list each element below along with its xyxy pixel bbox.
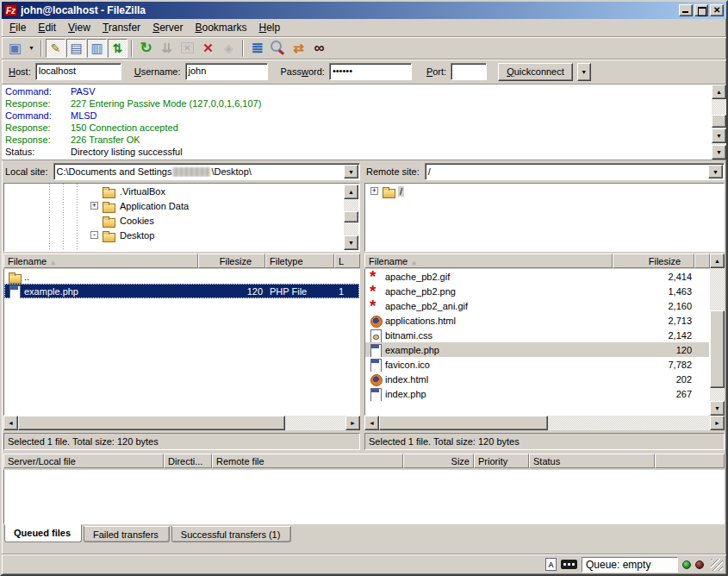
scroll-down-icon[interactable] (344, 235, 358, 250)
toggle-transfer-queue[interactable] (108, 39, 128, 58)
queue-column-header[interactable]: Size (403, 454, 474, 468)
chevron-down-icon[interactable] (344, 165, 358, 178)
close-button[interactable] (710, 4, 724, 16)
log-scrollbar[interactable] (712, 85, 726, 160)
tree-item[interactable]: .VirtualBox (4, 184, 359, 198)
file-name: index.php (385, 389, 426, 399)
queue-column-header[interactable]: Status (529, 454, 655, 468)
separator[interactable] (131, 40, 133, 57)
site-manager[interactable] (5, 39, 25, 58)
toggle-message-log[interactable] (46, 39, 65, 58)
menu-item[interactable]: Server (146, 20, 189, 35)
directory-listing-filters[interactable] (247, 39, 267, 58)
reconnect[interactable] (219, 39, 239, 58)
queue-tab[interactable]: Failed transfers (84, 526, 170, 542)
column-header[interactable]: Filesize (613, 254, 694, 268)
site-manager-dropdown[interactable] (26, 39, 37, 58)
refresh[interactable] (136, 39, 156, 58)
column-header[interactable]: Filesize (198, 254, 265, 268)
remote-list-scrollbar[interactable] (710, 254, 725, 416)
local-horizontal-scrollbar[interactable] (3, 416, 360, 430)
host-input[interactable]: localhost (35, 63, 121, 80)
scroll-up-icon[interactable] (344, 185, 358, 199)
queue-column-header[interactable] (655, 454, 725, 468)
process-queue[interactable] (157, 39, 177, 58)
scroll-down-icon[interactable] (710, 401, 725, 416)
menu-item[interactable]: File (3, 20, 32, 35)
file-row[interactable]: apache_pb2.png 1,463 (365, 284, 709, 298)
speed-limit-icon[interactable] (561, 560, 577, 569)
username-input[interactable]: john (185, 63, 268, 80)
file-row[interactable]: apache_pb2.gif 2,414 (365, 269, 709, 284)
separator[interactable] (40, 40, 42, 57)
scroll-right-icon[interactable] (710, 416, 725, 430)
scroll-left-icon[interactable] (364, 416, 379, 430)
tree-expander[interactable]: + (90, 202, 98, 210)
menu-item[interactable]: Transfer (96, 20, 146, 35)
minimize-button[interactable] (679, 4, 693, 16)
column-header[interactable]: Filename (3, 254, 198, 268)
menu-item[interactable]: View (62, 20, 96, 35)
tree-item[interactable]: + Application Data (4, 198, 359, 213)
column-header[interactable]: L (334, 254, 360, 268)
menu-item[interactable]: Bookmarks (189, 20, 252, 35)
separator[interactable] (242, 40, 244, 57)
synchronized-browsing[interactable] (289, 39, 308, 58)
queue-tab[interactable]: Queued files (4, 524, 82, 542)
tree-item[interactable]: Cookies (4, 213, 359, 228)
quickconnect-button[interactable]: Quickconnect (498, 63, 573, 81)
file-row[interactable]: bitnami.css 2,142 (365, 328, 709, 342)
resize-grip[interactable] (711, 559, 723, 571)
disconnect[interactable] (198, 39, 218, 58)
file-row[interactable]: index.php 267 (365, 386, 709, 401)
scrollbar-thumb[interactable] (712, 115, 726, 128)
menu-item[interactable]: Help (253, 20, 287, 35)
file-row[interactable]: example.php 120 (365, 342, 709, 357)
queue-column-header[interactable]: Priority (474, 454, 529, 468)
find-files[interactable] (309, 39, 329, 58)
scrollbar-thumb[interactable] (344, 211, 358, 222)
column-header[interactable]: Filename (364, 254, 613, 268)
toggle-local-tree[interactable] (66, 39, 86, 58)
file-row[interactable]: .. (4, 269, 359, 284)
file-row[interactable]: favicon.ico 7,782 (365, 357, 709, 372)
maximize-button[interactable] (694, 4, 708, 16)
queue-column-header[interactable]: Directi... (164, 454, 212, 468)
chevron-down-icon[interactable] (708, 165, 723, 178)
scroll-up-icon[interactable] (712, 85, 726, 99)
directory-comparison[interactable] (268, 39, 288, 58)
scrollbar-thumb[interactable] (710, 310, 725, 388)
file-row[interactable]: index.html 202 (365, 372, 709, 386)
password-input[interactable]: •••••• (329, 63, 412, 80)
scrollbar-thumb[interactable] (379, 416, 548, 430)
scroll-up-icon[interactable] (710, 254, 725, 268)
scroll-down-icon[interactable] (712, 145, 726, 160)
local-path-combo[interactable]: C:\Documents and Settings\Desktop\ (53, 163, 360, 180)
tree-item[interactable]: + / (365, 184, 724, 198)
scrollbar-thumb[interactable] (18, 416, 285, 430)
column-header[interactable]: Filetype (265, 254, 334, 268)
file-row[interactable]: apache_pb2_ani.gif 2,160 (365, 298, 709, 313)
local-tree-scrollbar[interactable] (344, 185, 358, 250)
scroll-right-icon[interactable] (345, 416, 360, 430)
remote-path-combo[interactable]: / (425, 163, 725, 180)
cancel-operation[interactable] (177, 39, 197, 58)
menu-item[interactable]: Edit (32, 20, 62, 35)
toggle-remote-tree[interactable] (87, 39, 107, 58)
tree-item[interactable]: - Desktop (4, 228, 359, 242)
file-row[interactable]: applications.html 2,713 (365, 313, 709, 328)
file-row[interactable]: example.php 120 PHP File 1 (4, 284, 359, 298)
tree-expander[interactable]: - (90, 231, 98, 239)
remote-horizontal-scrollbar[interactable] (364, 416, 725, 430)
port-input[interactable] (451, 63, 487, 80)
queue-column-header[interactable]: Server/Local file (3, 454, 164, 468)
queue-tab[interactable]: Successful transfers (1) (171, 526, 292, 542)
column-header[interactable] (694, 254, 710, 268)
scroll-down-icon[interactable] (712, 128, 726, 143)
queue-body[interactable] (3, 470, 725, 524)
queue-column-header[interactable]: Remote file (212, 454, 403, 468)
tree-expander[interactable]: + (370, 187, 378, 195)
scroll-left-icon[interactable] (3, 416, 18, 430)
log-line-type: Status: (5, 146, 71, 158)
quickconnect-dropdown[interactable] (577, 63, 591, 81)
